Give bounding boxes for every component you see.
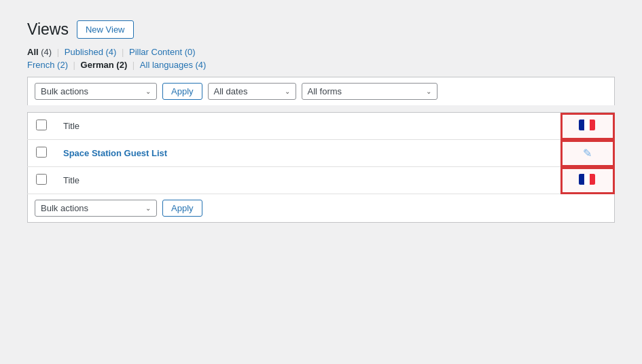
filter-links-row1: All (4) | Published (4) | Pillar Content… — [27, 47, 615, 57]
row2-title-cell: Space Station Guest List — [55, 140, 560, 167]
row3-flag-cell — [560, 167, 615, 194]
table-row: Title — [28, 167, 615, 194]
sep3: | — [73, 60, 78, 70]
row3-flag-fr — [579, 174, 595, 185]
row3-checkbox-cell — [28, 167, 56, 194]
filter-all-languages[interactable]: All languages (4) — [140, 60, 207, 70]
bottom-bulk-actions-select[interactable]: Bulk actions ⌄ — [35, 200, 157, 217]
filter-german[interactable]: German (2) — [81, 60, 128, 70]
table-row: Space Station Guest List ✎ — [28, 140, 615, 167]
top-all-forms-label: All forms — [308, 86, 342, 96]
bottom-bulk-actions-label: Bulk actions — [41, 203, 88, 213]
top-bulk-actions-label: Bulk actions — [41, 86, 88, 96]
bottom-apply-button[interactable]: Apply — [162, 200, 202, 217]
row1-checkbox[interactable] — [36, 120, 47, 130]
row2-title-link[interactable]: Space Station Guest List — [63, 148, 167, 158]
filter-french[interactable]: French (2) — [27, 60, 68, 70]
top-all-dates-chevron: ⌄ — [285, 88, 290, 95]
row3-checkbox[interactable] — [36, 174, 47, 185]
row1-flag-fr — [579, 120, 595, 130]
sep1: | — [57, 47, 62, 57]
row1-title-cell: Title — [55, 113, 560, 140]
top-all-dates-select[interactable]: All dates ⌄ — [208, 83, 296, 100]
table-row: Title — [28, 113, 615, 140]
row1-checkbox-cell — [28, 113, 56, 140]
row3-title: Title — [63, 175, 79, 185]
row2-flag-cell: ✎ — [560, 140, 615, 167]
filter-pillar-content[interactable]: Pillar Content (0) — [129, 47, 196, 57]
row3-title-cell: Title — [55, 167, 560, 194]
top-apply-button[interactable]: Apply — [162, 83, 202, 100]
sep2: | — [122, 47, 126, 57]
new-view-button[interactable]: New View — [77, 20, 134, 39]
all-count: (4) — [41, 47, 52, 57]
top-all-forms-select[interactable]: All forms ⌄ — [302, 83, 438, 100]
row2-checkbox-cell — [28, 140, 56, 167]
bottom-bulk-actions-chevron: ⌄ — [145, 204, 151, 212]
page-title: Views — [27, 20, 69, 39]
views-table: Title Space Station Guest List — [27, 112, 615, 194]
sep4: | — [132, 60, 137, 70]
top-all-forms-chevron: ⌄ — [426, 88, 431, 95]
row1-flag-cell — [560, 113, 615, 140]
top-all-dates-label: All dates — [214, 86, 248, 96]
row2-edit-icon[interactable]: ✎ — [583, 147, 592, 160]
top-bulk-actions-select[interactable]: Bulk actions ⌄ — [35, 83, 157, 100]
row1-title: Title — [63, 121, 79, 131]
top-bulk-actions-chevron: ⌄ — [145, 88, 151, 95]
filter-published[interactable]: Published (4) — [65, 47, 117, 57]
filter-links-row2: French (2) | German (2) | All languages … — [27, 60, 615, 70]
row2-checkbox[interactable] — [36, 147, 47, 158]
filter-all[interactable]: All — [27, 47, 39, 57]
top-controls-bar: Bulk actions ⌄ Apply All dates ⌄ All for… — [27, 77, 615, 105]
bottom-controls-bar: Bulk actions ⌄ Apply — [27, 194, 615, 223]
